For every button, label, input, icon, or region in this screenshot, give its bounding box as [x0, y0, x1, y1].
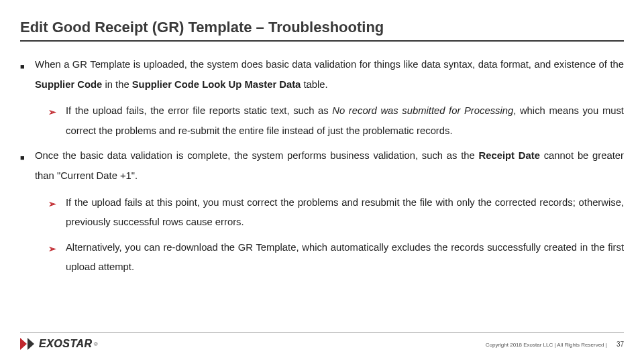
- arrow-bullet-icon: ➢: [48, 101, 60, 141]
- bullet-1-sub-1: ➢ If the upload fails, the error file re…: [48, 101, 624, 141]
- slide-title: Edit Good Receipt (GR) Template – Troubl…: [20, 19, 624, 42]
- bullet-2-sub-2: ➢ Alternatively, you can re-download the…: [48, 238, 624, 278]
- bullet-2-text: Once the basic data validation is comple…: [30, 146, 624, 186]
- square-bullet-icon: ■: [20, 55, 30, 95]
- square-bullet-icon: ■: [20, 146, 30, 186]
- bullet-2-sub-1: ➢ If the upload fails at this point, you…: [48, 193, 624, 233]
- bullet-2-sub-1-text: If the upload fails at this point, you m…: [60, 193, 624, 233]
- bullet-1-text: When a GR Template is uploaded, the syst…: [30, 55, 624, 95]
- bullet-2: ■ Once the basic data validation is comp…: [20, 146, 624, 186]
- arrow-bullet-icon: ➢: [48, 238, 60, 278]
- footer: EXOSTAR® Copyright 2018 Exostar LLC | Al…: [20, 332, 624, 351]
- copyright-text: Copyright 2018 Exostar LLC | All Rights …: [486, 342, 607, 348]
- registered-icon: ®: [94, 341, 98, 347]
- page-number: 37: [616, 341, 624, 348]
- footer-right: Copyright 2018 Exostar LLC | All Rights …: [486, 341, 624, 348]
- arrow-bullet-icon: ➢: [48, 193, 60, 233]
- logo-text: EXOSTAR: [39, 338, 93, 350]
- logo-mark-icon: [20, 337, 38, 351]
- bullet-2-sub-2-text: Alternatively, you can re-download the G…: [60, 238, 624, 278]
- bullet-1: ■ When a GR Template is uploaded, the sy…: [20, 55, 624, 95]
- logo: EXOSTAR®: [20, 337, 98, 351]
- bullet-1-sub-1-text: If the upload fails, the error file repo…: [60, 101, 624, 141]
